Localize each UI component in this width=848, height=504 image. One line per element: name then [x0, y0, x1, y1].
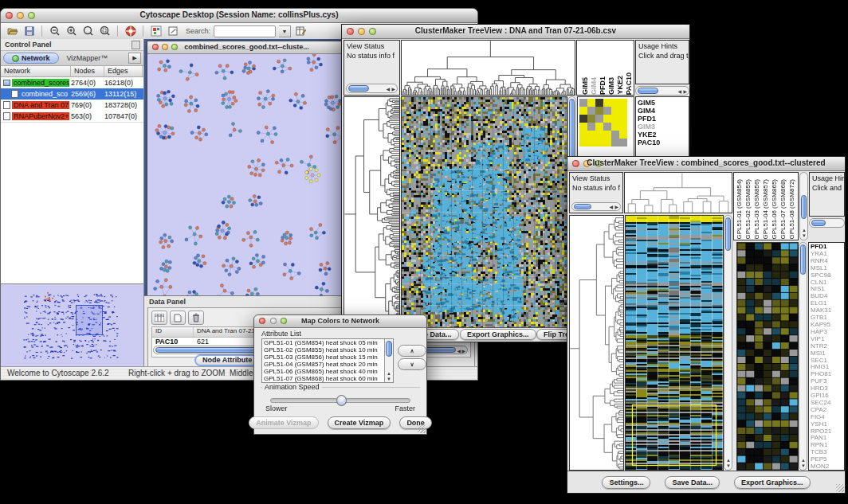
attribute-list-item[interactable]: GPL51-04 (GSM857) heat shock 20 min [262, 361, 393, 368]
gene-label[interactable]: MON2 [811, 463, 844, 471]
column-label[interactable]: GPL51-03 (GSM856) [753, 179, 762, 240]
zoom-selected-icon[interactable] [98, 25, 112, 37]
overview-viewport-rect[interactable] [76, 305, 103, 335]
similarity-cell [619, 123, 627, 131]
heatmap-vscrollbar[interactable]: ▲▼ [724, 215, 732, 471]
row-label[interactable]: GIM4 [636, 107, 689, 115]
settings-button[interactable]: Settings... [602, 476, 650, 489]
network-tree-row[interactable]: combined_sco 2569(6) 13112(15) [1, 88, 143, 100]
view-status-scrollbar[interactable]: ◀▶ [346, 84, 398, 93]
network-tree-row[interactable]: DNA and Tran 07 769(0) 183728(0) [1, 100, 143, 111]
column-label[interactable]: GPL51-02 (GSM855) [744, 179, 753, 240]
row-label[interactable]: GIM3 [636, 123, 689, 131]
create-vizmap-button[interactable]: Create Vizmap [328, 416, 391, 429]
network-graph-canvas[interactable] [147, 54, 346, 302]
animate-vizmap-button[interactable]: Animate Vizmap [249, 416, 318, 429]
col-header-network[interactable]: Network [1, 66, 71, 76]
row-label[interactable]: GIM5 [636, 99, 689, 107]
done-button[interactable]: Done [399, 416, 432, 429]
usage-hints-scrollbar[interactable]: ◀▶ [635, 86, 689, 96]
row-dendrogram-panel[interactable] [344, 96, 400, 329]
vizmapper-icon[interactable] [149, 25, 163, 37]
column-label[interactable]: PFD1 [599, 76, 607, 95]
attribute-listbox[interactable]: ▲▼ GPL51-01 (GSM854) heat shock 05 minGP… [261, 338, 394, 383]
cytoscape-titlebar[interactable]: Cytoscape Desktop (Session Name: collins… [1, 9, 477, 23]
heatmap-panel[interactable] [625, 215, 724, 471]
tab-overflow-button[interactable]: ▶ [128, 53, 141, 64]
attribute-list-item[interactable]: GPL51-03 (GSM856) heat shock 15 min [262, 354, 393, 361]
attribute-list-item[interactable]: GPL51-02 (GSM855) heat shock 10 min [262, 346, 393, 354]
attribute-list-item[interactable]: GPL51-07 (GSM868) heat shock 60 min [262, 375, 393, 382]
network-overview-canvas[interactable] [1, 284, 143, 365]
select-attributes-icon[interactable] [151, 311, 167, 325]
toolbar-separator [143, 25, 143, 37]
network-overview-panel[interactable] [1, 283, 143, 367]
open-session-icon[interactable] [6, 25, 19, 37]
network-tree-row[interactable]: combined_scores 2764(0) 16218(0) [1, 77, 143, 88]
attribute-list-item[interactable]: GPL51-01 (GSM854) heat shock 05 min [262, 339, 393, 346]
zoom-fit-icon[interactable] [81, 25, 95, 37]
search-dropdown-icon[interactable]: ▼ [279, 25, 291, 37]
export-graphics-button[interactable]: Export Graphics... [460, 329, 536, 340]
dialog-titlebar[interactable]: Map Colors to Network [254, 315, 426, 328]
column-label[interactable]: GIM4 [590, 77, 598, 95]
similarity-cell [579, 107, 587, 115]
column-label[interactable]: YKE2 [616, 76, 624, 95]
annotation-icon[interactable] [166, 25, 179, 37]
search-input[interactable] [214, 25, 276, 37]
column-label[interactable]: GPL51-04 (GSM857) [762, 179, 771, 240]
attribute-browser-icon[interactable] [294, 25, 308, 37]
similarity-cell [611, 139, 619, 147]
float-panel-icon[interactable] [132, 41, 140, 49]
network-tree-row[interactable]: RNAPuberNov2+I 563(0) 107847(0) [1, 111, 143, 122]
save-data-button[interactable]: Save Data... [665, 476, 720, 489]
save-session-icon[interactable] [22, 25, 36, 37]
attribute-list-scrollbar[interactable]: ▲▼ [384, 339, 393, 382]
network-edges-count: 107847(0) [103, 112, 143, 120]
tab-vizmapper[interactable]: VizMapper™ [61, 53, 115, 63]
treeview2-titlebar[interactable]: ClusterMaker TreeView : combined_scores_… [567, 157, 845, 171]
column-labels-scrollbar[interactable]: ▲▼ [799, 172, 808, 240]
column-label[interactable]: GPL51-01 (GSM854) [736, 179, 744, 240]
zoomed-heatmap-panel[interactable] [736, 242, 799, 471]
view-status-scrollbar[interactable]: ◀▶ [571, 202, 621, 211]
resize-grip[interactable] [418, 425, 426, 433]
treeview1-titlebar[interactable]: ClusterMaker TreeView : DNA and Tran 07-… [342, 25, 689, 39]
new-attribute-icon[interactable] [170, 311, 186, 325]
resize-grip[interactable] [836, 484, 844, 492]
row-label[interactable]: YKE2 [636, 131, 689, 139]
network-nodes-count: 2569(6) [69, 90, 103, 98]
animation-speed-slider[interactable] [270, 398, 410, 403]
usage-hints-panel: Usage Hints Click and drag tc [635, 40, 689, 84]
tab-network[interactable]: Network [3, 53, 59, 64]
col-header-edges[interactable]: Edges [104, 66, 143, 76]
zoomed-heatmap-scrollbar[interactable]: ▲▼ [799, 242, 807, 471]
column-label[interactable]: GIM3 [607, 77, 615, 95]
row-dendrogram-panel[interactable] [569, 215, 624, 471]
column-dendrogram-panel[interactable] [624, 172, 732, 213]
col-header-id[interactable]: ID [152, 327, 194, 337]
column-label[interactable]: PAC10 [625, 72, 633, 95]
attribute-list-item[interactable]: GPL51-06 (GSM865) heat shock 40 min [262, 368, 393, 375]
move-down-button[interactable]: ∨ [398, 358, 426, 370]
column-label[interactable]: GPL51-07 (GSM868) [779, 179, 788, 240]
column-label[interactable]: GPL51-06 (GSM865) [771, 179, 779, 240]
heatmap-panel[interactable] [401, 96, 567, 329]
col-header-nodes[interactable]: Nodes [71, 66, 104, 76]
zoom-out-icon[interactable] [48, 25, 61, 37]
row-label[interactable]: PFD1 [636, 115, 689, 123]
help-lifering-icon[interactable] [124, 25, 137, 37]
export-graphics-button[interactable]: Export Graphics... [734, 476, 811, 489]
usage-hints-scrollbar[interactable] [809, 218, 845, 228]
similarity-cell [603, 123, 611, 131]
similarity-cell [587, 99, 595, 107]
column-dendrogram-panel[interactable] [401, 40, 575, 96]
delete-attribute-icon[interactable] [188, 311, 204, 325]
column-label[interactable]: GPL51-08 (GSM872) [788, 179, 797, 240]
move-up-button[interactable]: ∧ [398, 345, 426, 357]
zoom-in-icon[interactable] [65, 25, 78, 37]
network-view-titlebar[interactable]: combined_scores_good.txt--cluste... [147, 41, 346, 54]
column-label[interactable]: GIM5 [581, 77, 589, 95]
slider-thumb[interactable] [336, 395, 347, 406]
row-label[interactable]: PAC10 [636, 139, 689, 147]
